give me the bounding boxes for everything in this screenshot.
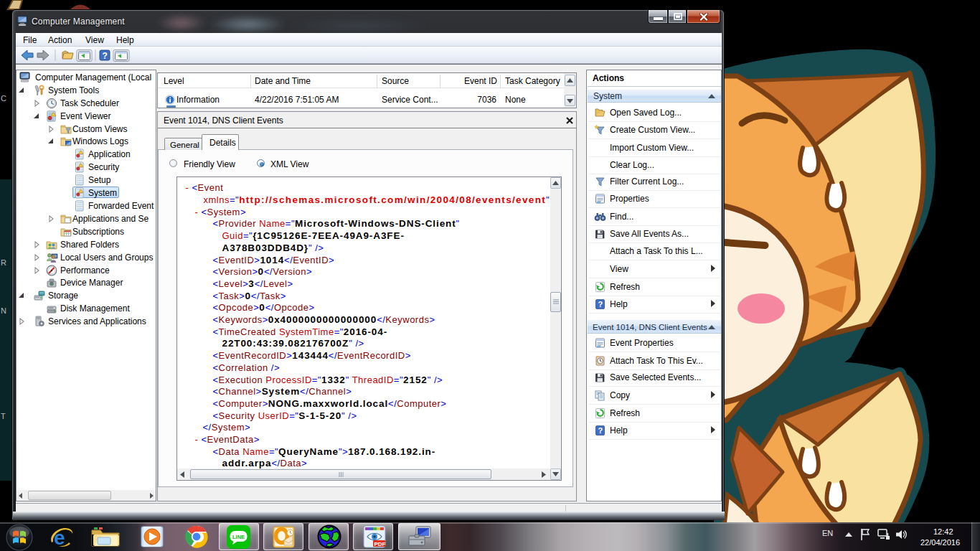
svg-text:N: N bbox=[1, 306, 6, 315]
svg-text:T: T bbox=[1, 412, 6, 420]
svg-text:?: ? bbox=[598, 300, 603, 309]
svg-text:C: C bbox=[1, 94, 6, 103]
svg-text:R: R bbox=[1, 258, 6, 267]
svg-text:?: ? bbox=[103, 51, 108, 61]
svg-text:PDF: PDF bbox=[374, 541, 386, 547]
svg-text:LINE: LINE bbox=[232, 534, 245, 540]
svg-text:?: ? bbox=[598, 426, 603, 435]
